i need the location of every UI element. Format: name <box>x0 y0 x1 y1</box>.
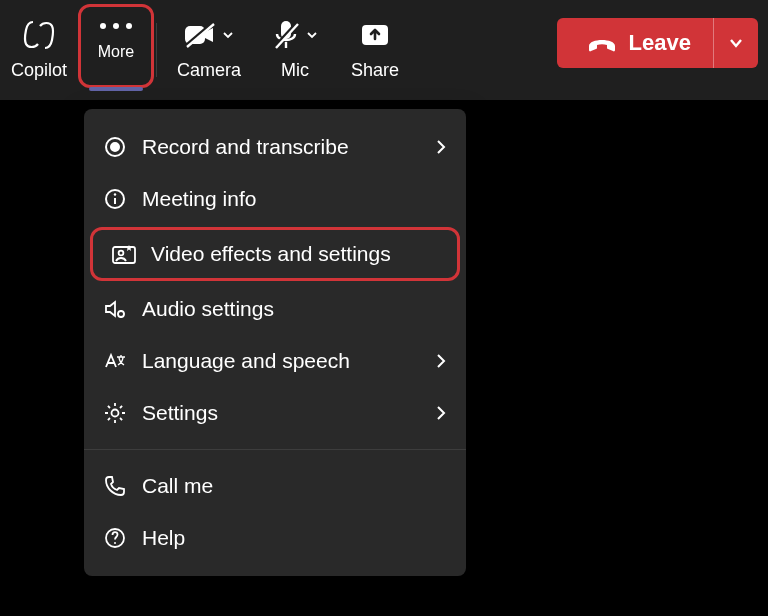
svg-point-18 <box>114 542 116 544</box>
toolbar-divider <box>156 23 157 77</box>
menu-item-settings[interactable]: Settings <box>84 387 466 439</box>
more-active-underline <box>89 87 143 91</box>
language-icon <box>100 349 130 373</box>
menu-item-call-me[interactable]: Call me <box>84 460 466 512</box>
menu-item-label: Audio settings <box>142 297 274 321</box>
menu-item-language-speech[interactable]: Language and speech <box>84 335 466 387</box>
chevron-right-icon <box>434 404 448 422</box>
share-icon <box>359 18 391 52</box>
menu-separator <box>84 449 466 450</box>
camera-off-icon <box>183 21 217 49</box>
camera-button[interactable]: Camera <box>163 0 255 118</box>
mic-off-icon <box>271 19 301 51</box>
menu-item-label: Meeting info <box>142 187 256 211</box>
menu-item-help[interactable]: Help <box>84 512 466 564</box>
camera-chevron-down-icon[interactable] <box>221 28 235 42</box>
svg-point-12 <box>114 193 116 195</box>
menu-item-audio-settings[interactable]: Audio settings <box>84 283 466 335</box>
share-label: Share <box>351 60 399 81</box>
menu-item-label: Call me <box>142 474 213 498</box>
menu-item-label: Help <box>142 526 185 550</box>
camera-label: Camera <box>177 60 241 81</box>
video-effects-icon <box>109 243 139 265</box>
menu-item-label: Video effects and settings <box>151 242 391 266</box>
phone-icon <box>100 474 130 498</box>
more-label: More <box>98 43 134 61</box>
svg-point-14 <box>119 251 124 256</box>
copilot-label: Copilot <box>11 60 67 81</box>
copilot-icon <box>21 18 57 52</box>
menu-item-label: Language and speech <box>142 349 350 373</box>
svg-point-9 <box>111 143 119 151</box>
leave-button[interactable]: Leave <box>557 18 713 68</box>
share-button[interactable]: Share <box>335 0 415 118</box>
leave-label: Leave <box>629 30 691 56</box>
speaker-settings-icon <box>100 297 130 321</box>
chevron-right-icon <box>434 138 448 156</box>
menu-item-record-transcribe[interactable]: Record and transcribe <box>84 121 466 173</box>
leave-button-group: Leave <box>557 18 758 68</box>
menu-item-meeting-info[interactable]: Meeting info <box>84 173 466 225</box>
menu-item-label: Settings <box>142 401 218 425</box>
ellipsis-icon <box>100 23 132 29</box>
menu-item-label: Record and transcribe <box>142 135 349 159</box>
gear-icon <box>100 401 130 425</box>
leave-chevron-button[interactable] <box>713 18 758 68</box>
help-icon <box>100 526 130 550</box>
svg-point-15 <box>118 311 124 317</box>
hangup-icon <box>587 32 617 54</box>
chevron-right-icon <box>434 352 448 370</box>
mic-label: Mic <box>281 60 309 81</box>
meeting-toolbar: Copilot More Camera <box>0 0 768 100</box>
record-icon <box>100 135 130 159</box>
copilot-button[interactable]: Copilot <box>0 0 78 118</box>
info-icon <box>100 187 130 211</box>
more-menu: Record and transcribe Meeting info Video… <box>84 109 466 576</box>
more-button[interactable]: More <box>78 4 154 88</box>
svg-point-16 <box>112 410 119 417</box>
menu-item-video-effects[interactable]: Video effects and settings <box>90 227 460 281</box>
mic-chevron-down-icon[interactable] <box>305 28 319 42</box>
mic-button[interactable]: Mic <box>255 0 335 118</box>
